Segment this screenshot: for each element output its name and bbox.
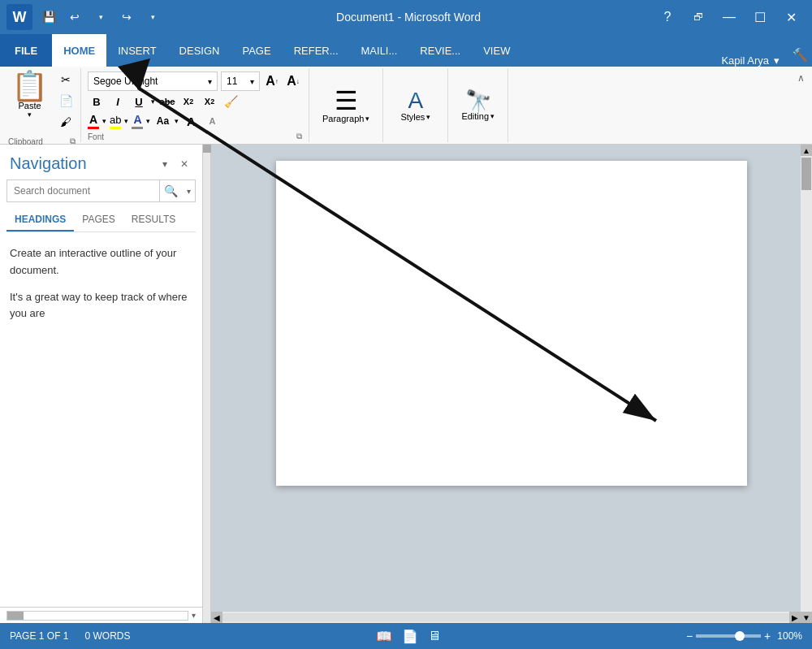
- nav-scrollbar-thumb: [7, 612, 24, 620]
- font-row-3: A ▾ ab ▾ A ▾ Aa ▾ A A: [88, 112, 302, 130]
- styles-dropdown-icon[interactable]: ▾: [426, 113, 430, 121]
- nav-search-input[interactable]: [7, 185, 159, 197]
- strikethrough-button[interactable]: abc: [158, 93, 176, 110]
- text-effect-dropdown[interactable]: ▾: [146, 117, 150, 125]
- tab-insert[interactable]: INSERT: [106, 34, 167, 67]
- tab-home[interactable]: HOME: [52, 34, 106, 67]
- tab-mailings[interactable]: MAILI...: [350, 34, 409, 67]
- copy-button[interactable]: 📄: [56, 91, 76, 110]
- status-print-icon[interactable]: 📄: [402, 629, 418, 644]
- editing-label: Editing: [461, 111, 489, 121]
- nav-tab-results[interactable]: RESULTS: [123, 209, 184, 231]
- nav-tab-headings[interactable]: HEADINGS: [6, 209, 74, 231]
- status-web-icon[interactable]: 🖥: [428, 629, 441, 644]
- bold-button[interactable]: B: [88, 93, 106, 110]
- user-account[interactable]: Kapil Arya ▾: [713, 54, 788, 67]
- clipboard-group: 📋 Paste ▾ ✂ 📄 🖌 Clipboard ⧉: [3, 68, 81, 142]
- editing-label-row: Editing ▾: [461, 111, 495, 121]
- format-painter-button[interactable]: 🖌: [56, 112, 76, 132]
- underline-dropdown[interactable]: ▾: [151, 97, 155, 106]
- nav-close-icon[interactable]: ✕: [176, 156, 192, 172]
- zoom-slider-thumb[interactable]: [735, 631, 745, 641]
- font-color-button[interactable]: A: [88, 113, 99, 129]
- ribbon-collapse-button[interactable]: ∧: [793, 70, 809, 86]
- document-area: ▲ ▼ ◀ ▶: [211, 145, 812, 623]
- nav-header-icons: ▾ ✕: [157, 156, 192, 172]
- save-button[interactable]: 💾: [37, 6, 60, 28]
- status-right: − + 100%: [686, 630, 802, 643]
- tab-file[interactable]: FILE: [0, 34, 52, 67]
- paste-button[interactable]: 📋 Paste ▾: [8, 70, 51, 120]
- font-size-dropdown-icon[interactable]: ▾: [250, 77, 254, 86]
- font-color-dropdown[interactable]: ▾: [102, 117, 106, 125]
- paragraph-dropdown-icon[interactable]: ▾: [365, 115, 369, 123]
- hammer-icon[interactable]: 🔨: [788, 42, 812, 67]
- help-button[interactable]: ?: [653, 2, 682, 32]
- nav-vertical-scrollbar[interactable]: [203, 145, 211, 623]
- grow-font-2-button[interactable]: A: [182, 112, 200, 130]
- nav-search-box[interactable]: 🔍 ▾: [6, 180, 196, 202]
- clear-format-button[interactable]: 🧹: [222, 93, 240, 110]
- editing-group[interactable]: 🔭 Editing ▾: [448, 68, 508, 142]
- user-dropdown-icon[interactable]: ▾: [774, 54, 780, 67]
- tab-view[interactable]: VIEW: [472, 34, 521, 67]
- font-row-1: Segoe UI Light ▾ 11 ▾ A↑ A↓: [88, 71, 302, 91]
- underline-button[interactable]: U: [130, 93, 148, 110]
- nav-search-icon[interactable]: 🔍: [159, 180, 182, 202]
- tab-design[interactable]: DESIGN: [168, 34, 231, 67]
- nav-search-dropdown[interactable]: ▾: [182, 180, 195, 202]
- scroll-right-button[interactable]: ▶: [789, 612, 801, 623]
- redo-button[interactable]: ↪: [115, 6, 138, 28]
- nav-footer: ▾: [0, 607, 202, 623]
- font-size-selector[interactable]: 11 ▾: [221, 71, 260, 91]
- nav-tab-pages[interactable]: PAGES: [74, 209, 123, 231]
- doc-vertical-scrollbar[interactable]: ▲ ▼: [801, 145, 812, 623]
- superscript-button[interactable]: X2: [201, 93, 218, 110]
- highlight-dropdown[interactable]: ▾: [124, 117, 128, 125]
- window-title: Document1 - Microsoft Word: [164, 11, 653, 24]
- undo-button[interactable]: ↩: [63, 6, 86, 28]
- styles-group[interactable]: A Styles ▾: [383, 68, 448, 142]
- italic-button[interactable]: I: [109, 93, 127, 110]
- scroll-down-button[interactable]: ▼: [801, 612, 812, 623]
- minimize-button[interactable]: —: [715, 2, 744, 32]
- change-case-button[interactable]: Aa: [153, 112, 171, 130]
- change-case-dropdown[interactable]: ▾: [175, 117, 179, 125]
- highlight-button[interactable]: ab: [110, 114, 121, 129]
- ribbon-content: 📋 Paste ▾ ✂ 📄 🖌 Clipboard ⧉ Segoe UI Lig…: [0, 67, 812, 145]
- text-effect-button[interactable]: A: [132, 113, 143, 129]
- nav-dropdown-icon[interactable]: ▾: [157, 156, 173, 172]
- scroll-up-button[interactable]: ▲: [801, 145, 812, 156]
- grow-font-button[interactable]: A↑: [263, 72, 281, 90]
- status-read-icon[interactable]: 📖: [376, 629, 392, 644]
- font-group-label-row: Font ⧉: [88, 132, 302, 141]
- editing-dropdown-icon[interactable]: ▾: [490, 112, 495, 120]
- qat-customize[interactable]: ▾: [141, 6, 164, 28]
- shrink-font-2-button[interactable]: A: [203, 112, 221, 130]
- paste-dropdown[interactable]: ▾: [28, 110, 32, 119]
- tab-references[interactable]: REFER...: [283, 34, 350, 67]
- tab-review[interactable]: REVIE...: [408, 34, 472, 67]
- close-button[interactable]: ✕: [776, 2, 806, 32]
- cut-button[interactable]: ✂: [56, 70, 76, 89]
- shrink-font-button[interactable]: A↓: [284, 72, 302, 90]
- zoom-plus-button[interactable]: +: [764, 630, 771, 643]
- subscript-button[interactable]: X2: [179, 93, 197, 110]
- zoom-control[interactable]: − +: [686, 630, 771, 643]
- paragraph-group[interactable]: ☰ Paragraph ▾: [309, 68, 383, 142]
- scroll-left-button[interactable]: ◀: [211, 612, 222, 623]
- document-page[interactable]: [276, 161, 747, 486]
- maximize-button[interactable]: ☐: [745, 2, 775, 32]
- font-launch-icon[interactable]: ⧉: [296, 132, 302, 141]
- undo-dropdown[interactable]: ▾: [89, 6, 112, 28]
- zoom-minus-button[interactable]: −: [686, 630, 693, 643]
- font-name-selector[interactable]: Segoe UI Light ▾: [88, 71, 218, 91]
- nav-scroll-right[interactable]: ▾: [188, 611, 196, 620]
- nav-scrollbar-up[interactable]: [203, 145, 211, 153]
- restore-down-button[interactable]: 🗗: [684, 2, 713, 32]
- tab-page[interactable]: PAGE: [231, 34, 282, 67]
- doc-horizontal-scrollbar[interactable]: ◀ ▶: [211, 612, 801, 623]
- nav-horizontal-scrollbar[interactable]: [6, 611, 188, 621]
- zoom-slider[interactable]: [696, 634, 761, 638]
- font-name-dropdown-icon[interactable]: ▾: [208, 77, 212, 86]
